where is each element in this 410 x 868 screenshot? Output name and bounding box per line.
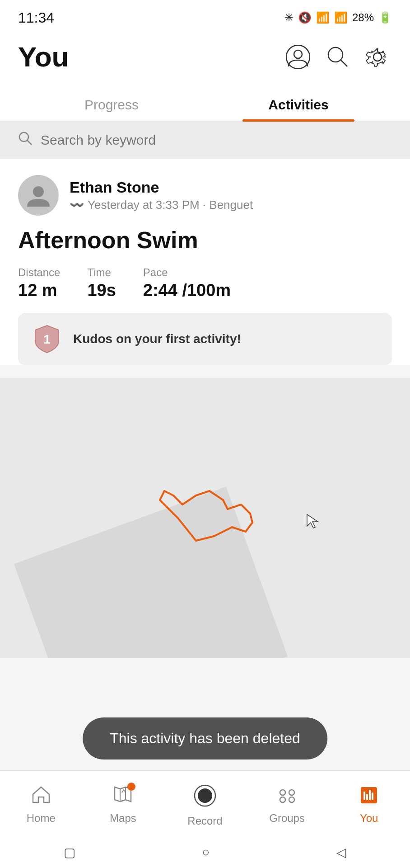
bottom-nav: Home Maps Record	[0, 770, 410, 836]
nav-home[interactable]: Home	[0, 780, 82, 832]
mute-icon: 🔇	[298, 11, 312, 24]
user-meta: 〰️ Yesterday at 3:33 PM · Benguet	[70, 198, 253, 212]
battery-text: 28%	[352, 11, 374, 24]
status-time: 11:34	[18, 9, 54, 26]
search-button[interactable]	[323, 42, 352, 71]
stat-pace: Pace 2:44 /100m	[143, 266, 231, 300]
activity-title: Afternoon Swim	[18, 226, 392, 254]
svg-rect-19	[363, 792, 365, 800]
person-icon	[286, 45, 310, 69]
you-nav-icon	[359, 784, 379, 808]
nav-maps[interactable]: Maps	[82, 780, 164, 832]
nav-you[interactable]: You	[328, 780, 410, 832]
toast-notification: This activity has been deleted	[83, 717, 327, 760]
svg-point-0	[286, 45, 310, 69]
kudos-text: Kudos on your first activity!	[73, 332, 241, 346]
activity-stats: Distance 12 m Time 19s Pace 2:44 /100m	[18, 266, 392, 300]
search-bar	[0, 121, 410, 159]
profile-button[interactable]	[284, 42, 312, 71]
page-title: You	[18, 41, 69, 73]
nav-you-label: You	[360, 812, 378, 825]
avatar	[18, 175, 59, 216]
svg-point-1	[294, 50, 302, 58]
shield-badge-icon: 1	[32, 324, 62, 354]
search-bar-icon	[18, 131, 33, 149]
svg-rect-22	[372, 793, 373, 800]
signal-icon: 📶	[334, 11, 348, 24]
record-icon	[194, 784, 216, 811]
search-input[interactable]	[41, 132, 392, 148]
svg-rect-21	[369, 790, 371, 800]
nav-groups[interactable]: Groups	[246, 780, 328, 832]
gear-icon	[365, 45, 390, 69]
svg-point-17	[289, 797, 294, 802]
kudos-banner: 1 Kudos on your first activity!	[18, 313, 392, 365]
svg-point-14	[280, 790, 285, 795]
stat-time: Time 19s	[87, 266, 116, 300]
svg-point-15	[289, 790, 294, 795]
svg-point-13	[198, 788, 212, 803]
activity-card: Ethan Stone 〰️ Yesterday at 3:33 PM · Be…	[0, 159, 410, 365]
svg-point-16	[280, 797, 285, 802]
android-home-btn[interactable]: ○	[202, 845, 210, 859]
groups-icon	[277, 784, 297, 808]
nav-home-label: Home	[27, 812, 56, 825]
svg-text:1: 1	[43, 332, 51, 346]
user-name: Ethan Stone	[70, 179, 253, 196]
stat-distance: Distance 12 m	[18, 266, 60, 300]
wifi-icon: 📶	[316, 11, 330, 24]
map-area	[0, 378, 410, 658]
tabs: Progress Activities	[0, 86, 410, 121]
tab-activities[interactable]: Activities	[205, 86, 392, 121]
status-icons: ✳ 🔇 📶 📶 28% 🔋	[284, 11, 392, 24]
android-back-btn[interactable]: ◁	[336, 845, 346, 860]
home-icon	[31, 784, 51, 808]
nav-groups-label: Groups	[269, 812, 305, 825]
bluetooth-icon: ✳	[284, 11, 294, 24]
header: You	[0, 32, 410, 86]
user-row: Ethan Stone 〰️ Yesterday at 3:33 PM · Be…	[18, 175, 392, 216]
avatar-icon	[25, 182, 52, 209]
svg-point-8	[33, 186, 44, 197]
status-bar: 11:34 ✳ 🔇 📶 📶 28% 🔋	[0, 0, 410, 32]
svg-rect-20	[366, 794, 368, 800]
svg-line-7	[27, 140, 32, 145]
svg-line-3	[340, 60, 347, 66]
header-icons	[284, 42, 392, 71]
android-nav: ▢ ○ ◁	[0, 836, 410, 868]
route-path	[137, 473, 273, 563]
search-icon	[326, 45, 350, 69]
user-info: Ethan Stone 〰️ Yesterday at 3:33 PM · Be…	[70, 179, 253, 212]
tab-progress[interactable]: Progress	[18, 86, 205, 121]
nav-record-label: Record	[187, 815, 222, 827]
nav-record[interactable]: Record	[164, 780, 246, 832]
maps-badge	[127, 783, 135, 791]
kudos-badge: 1	[32, 324, 62, 354]
cursor	[306, 514, 320, 530]
nav-maps-label: Maps	[110, 812, 136, 825]
svg-point-5	[373, 53, 382, 61]
settings-button[interactable]	[363, 42, 392, 71]
swim-icon: 〰️	[70, 198, 84, 212]
battery-icon: 🔋	[378, 11, 392, 24]
android-recent-btn[interactable]: ▢	[64, 845, 75, 860]
